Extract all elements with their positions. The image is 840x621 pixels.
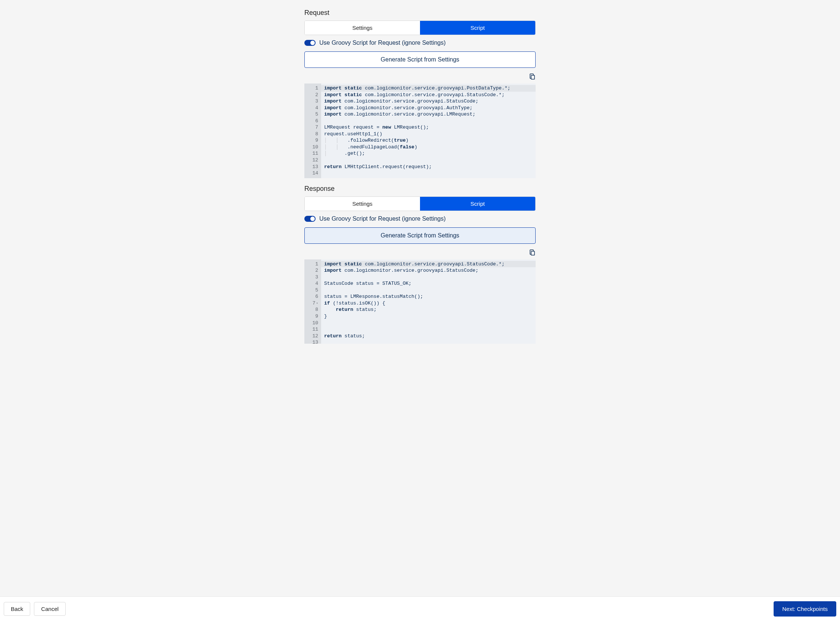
copy-icon[interactable] <box>529 73 536 80</box>
svg-rect-1 <box>531 251 535 255</box>
copy-icon[interactable] <box>529 249 536 256</box>
response-title: Response <box>304 185 536 193</box>
request-groovy-toggle[interactable] <box>304 40 316 46</box>
cancel-button[interactable]: Cancel <box>34 602 66 616</box>
response-code-editor[interactable]: 12345678910111213 import static com.logi… <box>304 259 536 344</box>
request-toggle-label: Use Groovy Script for Request (ignore Se… <box>319 39 446 46</box>
response-tab-script[interactable]: Script <box>420 197 535 211</box>
response-toggle-row: Use Groovy Script for Request (ignore Se… <box>304 215 536 222</box>
response-groovy-toggle[interactable] <box>304 216 316 222</box>
request-title: Request <box>304 9 536 17</box>
response-tab-settings[interactable]: Settings <box>305 197 420 211</box>
response-generate-button[interactable]: Generate Script from Settings <box>304 227 536 244</box>
next-button[interactable]: Next: Checkpoints <box>774 601 836 616</box>
request-tab-settings[interactable]: Settings <box>305 21 420 35</box>
back-button[interactable]: Back <box>4 602 30 616</box>
response-tabs: Settings Script <box>304 197 536 211</box>
request-code-editor[interactable]: 1234567891011121314 import static com.lo… <box>304 83 536 178</box>
footer-bar: Back Cancel Next: Checkpoints <box>0 597 840 621</box>
request-generate-button[interactable]: Generate Script from Settings <box>304 51 536 68</box>
request-tab-script[interactable]: Script <box>420 21 535 35</box>
request-toggle-row: Use Groovy Script for Request (ignore Se… <box>304 39 536 46</box>
svg-rect-0 <box>531 75 535 79</box>
response-toggle-label: Use Groovy Script for Request (ignore Se… <box>319 215 446 222</box>
request-tabs: Settings Script <box>304 21 536 35</box>
